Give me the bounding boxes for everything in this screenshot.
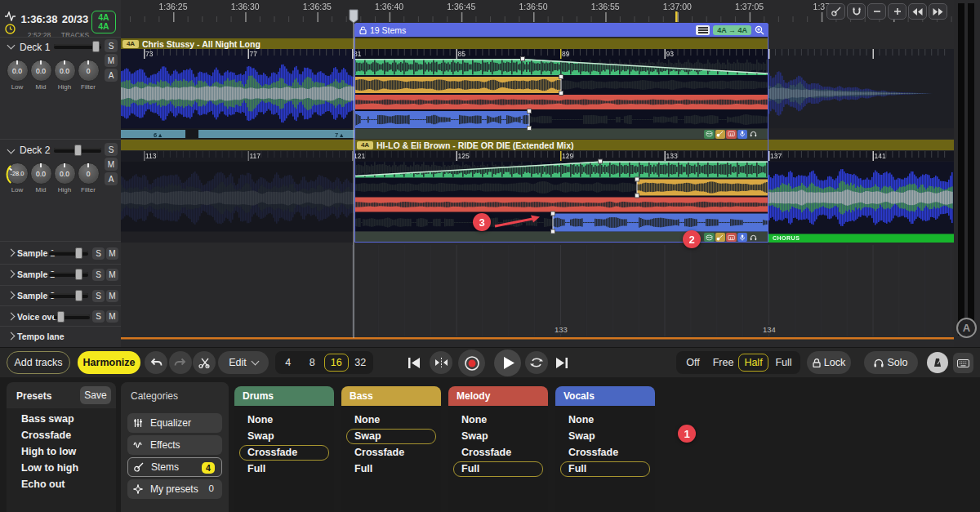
category-my-presets[interactable]: My presets0 bbox=[127, 479, 222, 499]
melody-stem-chip[interactable] bbox=[726, 130, 737, 139]
lane-collapse-icon[interactable] bbox=[7, 249, 16, 257]
bass-stem-chip[interactable] bbox=[715, 130, 726, 139]
deck2-collapse-icon[interactable] bbox=[7, 146, 16, 154]
sync-mode-free[interactable]: Free bbox=[708, 357, 738, 368]
knob-low[interactable]: 0.0Low bbox=[7, 60, 29, 91]
stems-overlay-header[interactable]: 19 Stems 4A → 4A bbox=[355, 24, 768, 37]
stem-option-none[interactable]: None bbox=[354, 414, 380, 425]
drums-stem-chip[interactable] bbox=[704, 130, 715, 139]
bass-stem-chip[interactable] bbox=[715, 233, 726, 242]
save-preset-button[interactable]: Save bbox=[80, 386, 111, 404]
undo-button[interactable] bbox=[145, 351, 167, 374]
vocals-stem-chip[interactable] bbox=[737, 233, 748, 242]
lane-volume-slider[interactable] bbox=[49, 272, 88, 277]
deck2-auto-button[interactable]: A bbox=[105, 172, 118, 185]
sync-mode-full[interactable]: Full bbox=[768, 357, 799, 368]
deck1-volume-slider[interactable] bbox=[54, 44, 101, 49]
fast-forward-button[interactable] bbox=[929, 3, 947, 20]
lane-mute-button[interactable]: M bbox=[106, 269, 118, 281]
stem-option-swap[interactable]: Swap bbox=[354, 430, 381, 442]
deck1-mute-button[interactable]: M bbox=[105, 54, 118, 67]
knob-high[interactable]: 0.0High bbox=[54, 60, 76, 91]
deck2-volume-slider[interactable] bbox=[54, 148, 101, 153]
vocals-stem-chip[interactable] bbox=[737, 130, 748, 139]
lane-collapse-icon[interactable] bbox=[7, 332, 16, 341]
timeline-area[interactable]: 1:36:251:36:301:36:351:36:401:36:451:36:… bbox=[121, 0, 954, 347]
quantize-4[interactable]: 4 bbox=[276, 357, 300, 368]
quantize-16[interactable]: 16 bbox=[324, 354, 349, 372]
split-button[interactable] bbox=[193, 351, 216, 374]
lane-volume-slider[interactable] bbox=[54, 314, 90, 319]
zoom-out-button[interactable] bbox=[867, 3, 886, 20]
split-at-playhead-button[interactable] bbox=[430, 351, 452, 374]
stem-option-full[interactable]: Full bbox=[568, 463, 586, 474]
category-stems[interactable]: Stems4 bbox=[127, 457, 222, 477]
sync-mode-half[interactable]: Half bbox=[738, 354, 768, 372]
metronome-button[interactable] bbox=[927, 352, 948, 373]
harmonize-button[interactable]: Harmonize bbox=[78, 351, 140, 374]
preset-item[interactable]: Crossfade bbox=[21, 430, 71, 441]
skip-forward-button[interactable] bbox=[556, 358, 568, 368]
stem-option-crossfade[interactable]: Crossfade bbox=[461, 447, 511, 458]
lane-collapse-icon[interactable] bbox=[7, 270, 16, 278]
skip-back-button[interactable] bbox=[408, 358, 420, 368]
guitar-tool-button[interactable] bbox=[826, 3, 845, 20]
lane-mute-button[interactable]: M bbox=[106, 310, 118, 323]
rewind-button[interactable] bbox=[908, 3, 927, 20]
quantize-32[interactable]: 32 bbox=[349, 357, 372, 368]
record-button[interactable] bbox=[458, 349, 485, 376]
monitor-chip[interactable] bbox=[748, 233, 759, 242]
preset-item[interactable]: High to low bbox=[21, 446, 76, 457]
keyboard-shortcuts-button[interactable] bbox=[953, 353, 973, 373]
loop-button[interactable] bbox=[525, 351, 548, 374]
stem-option-crossfade[interactable]: Crossfade bbox=[568, 447, 618, 458]
stem-option-full[interactable]: Full bbox=[354, 463, 372, 474]
stem-option-swap[interactable]: Swap bbox=[247, 430, 274, 442]
snap-magnet-button[interactable] bbox=[847, 3, 866, 20]
zoom-icon[interactable] bbox=[755, 25, 764, 35]
lane-solo-button[interactable]: S bbox=[92, 269, 105, 281]
knob-low[interactable]: -28.0Low bbox=[7, 163, 29, 194]
lane-mute-button[interactable]: M bbox=[106, 290, 118, 302]
solo-button[interactable]: Solo bbox=[864, 351, 918, 374]
deck2-solo-button[interactable]: S bbox=[105, 143, 118, 156]
stem-option-crossfade[interactable]: Crossfade bbox=[247, 447, 297, 458]
quantize-8[interactable]: 8 bbox=[300, 357, 323, 368]
zoom-in-button[interactable] bbox=[888, 3, 906, 20]
monitor-chip[interactable] bbox=[748, 130, 759, 139]
category-equalizer[interactable]: Equalizer bbox=[127, 413, 222, 433]
knob-high[interactable]: 0.0High bbox=[54, 163, 76, 194]
preset-item[interactable]: Echo out bbox=[21, 479, 65, 490]
melody-stem-chip[interactable] bbox=[726, 233, 737, 242]
knob-filter[interactable]: 0Filter bbox=[78, 60, 100, 91]
lock-button[interactable]: Lock bbox=[807, 351, 851, 374]
knob-mid[interactable]: 0.0Mid bbox=[30, 163, 52, 194]
lane-volume-slider[interactable] bbox=[49, 293, 88, 298]
sync-mode-off[interactable]: Off bbox=[678, 357, 708, 368]
knob-mid[interactable]: 0.0Mid bbox=[30, 60, 52, 91]
lane-solo-button[interactable]: S bbox=[92, 290, 105, 302]
add-tracks-button[interactable]: Add tracks bbox=[7, 351, 70, 374]
stems-list-button[interactable] bbox=[696, 25, 710, 35]
category-effects[interactable]: Effects bbox=[127, 435, 222, 455]
stem-option-none[interactable]: None bbox=[568, 414, 594, 425]
lane-volume-slider[interactable] bbox=[49, 251, 88, 256]
stem-option-swap[interactable]: Swap bbox=[568, 430, 595, 442]
lane-collapse-icon[interactable] bbox=[7, 312, 16, 320]
play-button[interactable] bbox=[494, 349, 521, 376]
edit-button[interactable]: Edit bbox=[218, 351, 269, 374]
deck1-solo-button[interactable]: S bbox=[105, 39, 118, 52]
preset-item[interactable]: Low to high bbox=[21, 462, 78, 474]
deck2-mute-button[interactable]: M bbox=[105, 158, 118, 171]
stem-option-swap[interactable]: Swap bbox=[461, 430, 488, 442]
stem-option-none[interactable]: None bbox=[461, 414, 487, 425]
playhead[interactable] bbox=[349, 9, 359, 339]
preset-item[interactable]: Bass swap bbox=[21, 413, 74, 425]
drums-stem-chip[interactable] bbox=[704, 233, 715, 242]
deck1-auto-button[interactable]: A bbox=[105, 69, 118, 82]
stem-option-crossfade[interactable]: Crossfade bbox=[354, 447, 404, 458]
lane-mute-button[interactable]: M bbox=[106, 247, 118, 260]
stem-option-none[interactable]: None bbox=[247, 414, 273, 425]
lane-collapse-icon[interactable] bbox=[7, 292, 16, 300]
stem-option-full[interactable]: Full bbox=[247, 463, 265, 474]
